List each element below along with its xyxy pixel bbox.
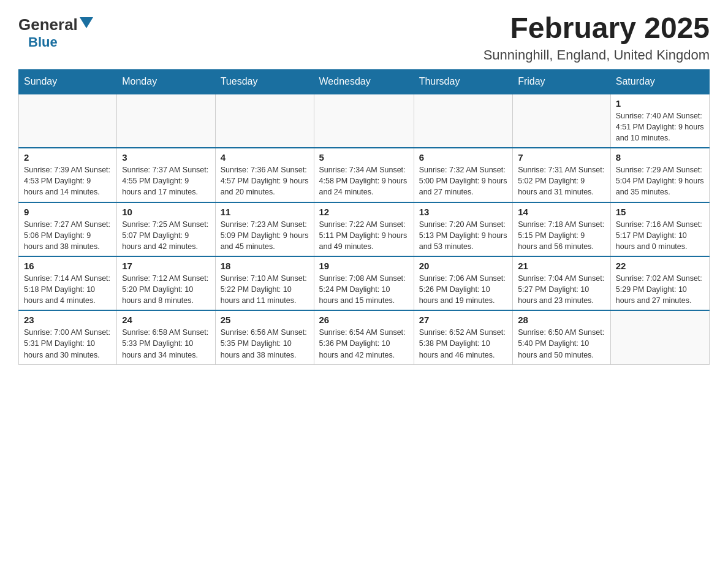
svg-marker-0 xyxy=(80,17,93,28)
col-sunday: Sunday xyxy=(19,69,117,94)
calendar-cell: 9Sunrise: 7:27 AM Sunset: 5:06 PM Daylig… xyxy=(19,202,117,256)
day-number: 8 xyxy=(616,152,704,163)
logo: General Blue xyxy=(18,12,93,50)
calendar-cell: 22Sunrise: 7:02 AM Sunset: 5:29 PM Dayli… xyxy=(610,256,709,310)
day-number: 1 xyxy=(616,98,704,109)
col-friday: Friday xyxy=(513,69,611,94)
day-number: 22 xyxy=(616,261,704,271)
day-info: Sunrise: 7:10 AM Sunset: 5:22 PM Dayligh… xyxy=(221,273,309,306)
calendar-cell xyxy=(19,94,117,148)
calendar-cell: 10Sunrise: 7:25 AM Sunset: 5:07 PM Dayli… xyxy=(117,202,215,256)
calendar-cell xyxy=(314,94,414,148)
col-wednesday: Wednesday xyxy=(314,69,414,94)
calendar-cell: 4Sunrise: 7:36 AM Sunset: 4:57 PM Daylig… xyxy=(215,148,314,202)
calendar-cell xyxy=(513,94,611,148)
day-number: 23 xyxy=(24,315,112,325)
day-info: Sunrise: 6:52 AM Sunset: 5:38 PM Dayligh… xyxy=(419,327,507,360)
day-info: Sunrise: 7:12 AM Sunset: 5:20 PM Dayligh… xyxy=(122,273,210,306)
calendar-cell: 26Sunrise: 6:54 AM Sunset: 5:36 PM Dayli… xyxy=(314,310,414,364)
calendar-cell xyxy=(414,94,512,148)
logo-arrow-icon xyxy=(80,17,93,31)
calendar-cell: 7Sunrise: 7:31 AM Sunset: 5:02 PM Daylig… xyxy=(513,148,611,202)
calendar-cell xyxy=(215,94,314,148)
calendar-cell: 11Sunrise: 7:23 AM Sunset: 5:09 PM Dayli… xyxy=(215,202,314,256)
col-thursday: Thursday xyxy=(414,69,512,94)
day-number: 27 xyxy=(419,315,507,325)
calendar-cell: 18Sunrise: 7:10 AM Sunset: 5:22 PM Dayli… xyxy=(215,256,314,310)
location-subtitle: Sunninghill, England, United Kingdom xyxy=(483,47,710,63)
calendar-week-row: 2Sunrise: 7:39 AM Sunset: 4:53 PM Daylig… xyxy=(19,148,710,202)
day-info: Sunrise: 7:16 AM Sunset: 5:17 PM Dayligh… xyxy=(616,219,704,252)
calendar-cell: 27Sunrise: 6:52 AM Sunset: 5:38 PM Dayli… xyxy=(414,310,512,364)
calendar-cell: 15Sunrise: 7:16 AM Sunset: 5:17 PM Dayli… xyxy=(610,202,709,256)
calendar-cell: 28Sunrise: 6:50 AM Sunset: 5:40 PM Dayli… xyxy=(513,310,611,364)
day-info: Sunrise: 7:32 AM Sunset: 5:00 PM Dayligh… xyxy=(419,164,507,197)
day-info: Sunrise: 7:37 AM Sunset: 4:55 PM Dayligh… xyxy=(122,164,210,197)
day-info: Sunrise: 6:56 AM Sunset: 5:35 PM Dayligh… xyxy=(221,327,309,360)
calendar-week-row: 16Sunrise: 7:14 AM Sunset: 5:18 PM Dayli… xyxy=(19,256,710,310)
day-number: 25 xyxy=(221,315,309,325)
col-tuesday: Tuesday xyxy=(215,69,314,94)
calendar-cell: 12Sunrise: 7:22 AM Sunset: 5:11 PM Dayli… xyxy=(314,202,414,256)
day-info: Sunrise: 7:06 AM Sunset: 5:26 PM Dayligh… xyxy=(419,273,507,306)
day-info: Sunrise: 7:04 AM Sunset: 5:27 PM Dayligh… xyxy=(518,273,605,306)
calendar-cell: 19Sunrise: 7:08 AM Sunset: 5:24 PM Dayli… xyxy=(314,256,414,310)
day-number: 9 xyxy=(24,207,112,217)
day-info: Sunrise: 7:40 AM Sunset: 4:51 PM Dayligh… xyxy=(616,110,704,144)
day-info: Sunrise: 7:08 AM Sunset: 5:24 PM Dayligh… xyxy=(319,273,409,306)
day-info: Sunrise: 7:25 AM Sunset: 5:07 PM Dayligh… xyxy=(122,219,210,252)
day-number: 12 xyxy=(319,207,409,217)
calendar-cell: 16Sunrise: 7:14 AM Sunset: 5:18 PM Dayli… xyxy=(19,256,117,310)
calendar-cell: 6Sunrise: 7:32 AM Sunset: 5:00 PM Daylig… xyxy=(414,148,512,202)
day-info: Sunrise: 7:22 AM Sunset: 5:11 PM Dayligh… xyxy=(319,219,409,252)
calendar-cell xyxy=(117,94,215,148)
day-info: Sunrise: 6:58 AM Sunset: 5:33 PM Dayligh… xyxy=(122,327,210,360)
calendar-cell: 25Sunrise: 6:56 AM Sunset: 5:35 PM Dayli… xyxy=(215,310,314,364)
day-number: 16 xyxy=(24,261,112,271)
day-number: 10 xyxy=(122,207,210,217)
day-number: 28 xyxy=(518,315,605,325)
page-header: General Blue February 2025 Sunninghill, … xyxy=(18,12,710,63)
day-number: 4 xyxy=(221,152,309,163)
day-number: 6 xyxy=(419,152,507,163)
day-info: Sunrise: 7:34 AM Sunset: 4:58 PM Dayligh… xyxy=(319,164,409,197)
day-info: Sunrise: 7:23 AM Sunset: 5:09 PM Dayligh… xyxy=(221,219,309,252)
day-number: 13 xyxy=(419,207,507,217)
calendar-week-row: 1Sunrise: 7:40 AM Sunset: 4:51 PM Daylig… xyxy=(19,94,710,148)
calendar-cell: 23Sunrise: 7:00 AM Sunset: 5:31 PM Dayli… xyxy=(19,310,117,364)
day-number: 2 xyxy=(24,152,112,163)
day-info: Sunrise: 6:50 AM Sunset: 5:40 PM Dayligh… xyxy=(518,327,605,360)
calendar-cell: 1Sunrise: 7:40 AM Sunset: 4:51 PM Daylig… xyxy=(610,94,709,148)
calendar-cell: 8Sunrise: 7:29 AM Sunset: 5:04 PM Daylig… xyxy=(610,148,709,202)
day-info: Sunrise: 7:20 AM Sunset: 5:13 PM Dayligh… xyxy=(419,219,507,252)
day-number: 20 xyxy=(419,261,507,271)
calendar-cell: 21Sunrise: 7:04 AM Sunset: 5:27 PM Dayli… xyxy=(513,256,611,310)
calendar-cell: 14Sunrise: 7:18 AM Sunset: 5:15 PM Dayli… xyxy=(513,202,611,256)
day-number: 5 xyxy=(319,152,409,163)
calendar-cell: 17Sunrise: 7:12 AM Sunset: 5:20 PM Dayli… xyxy=(117,256,215,310)
day-info: Sunrise: 7:18 AM Sunset: 5:15 PM Dayligh… xyxy=(518,219,605,252)
day-info: Sunrise: 7:31 AM Sunset: 5:02 PM Dayligh… xyxy=(518,164,605,197)
calendar-header-row: Sunday Monday Tuesday Wednesday Thursday… xyxy=(19,69,710,94)
day-info: Sunrise: 7:36 AM Sunset: 4:57 PM Dayligh… xyxy=(221,164,309,197)
day-number: 19 xyxy=(319,261,409,271)
calendar-cell: 3Sunrise: 7:37 AM Sunset: 4:55 PM Daylig… xyxy=(117,148,215,202)
calendar-cell: 20Sunrise: 7:06 AM Sunset: 5:26 PM Dayli… xyxy=(414,256,512,310)
title-block: February 2025 Sunninghill, England, Unit… xyxy=(483,12,710,63)
day-info: Sunrise: 7:39 AM Sunset: 4:53 PM Dayligh… xyxy=(24,164,112,197)
day-number: 15 xyxy=(616,207,704,217)
col-saturday: Saturday xyxy=(610,69,709,94)
day-number: 11 xyxy=(221,207,309,217)
day-number: 17 xyxy=(122,261,210,271)
logo-general-text: General xyxy=(18,15,78,34)
calendar-cell: 5Sunrise: 7:34 AM Sunset: 4:58 PM Daylig… xyxy=(314,148,414,202)
calendar-cell: 2Sunrise: 7:39 AM Sunset: 4:53 PM Daylig… xyxy=(19,148,117,202)
calendar-table: Sunday Monday Tuesday Wednesday Thursday… xyxy=(18,69,710,365)
calendar-cell xyxy=(610,310,709,364)
day-info: Sunrise: 7:02 AM Sunset: 5:29 PM Dayligh… xyxy=(616,273,704,306)
day-number: 3 xyxy=(122,152,210,163)
day-info: Sunrise: 7:14 AM Sunset: 5:18 PM Dayligh… xyxy=(24,273,112,306)
month-year-title: February 2025 xyxy=(483,12,710,45)
calendar-cell: 24Sunrise: 6:58 AM Sunset: 5:33 PM Dayli… xyxy=(117,310,215,364)
day-number: 14 xyxy=(518,207,605,217)
